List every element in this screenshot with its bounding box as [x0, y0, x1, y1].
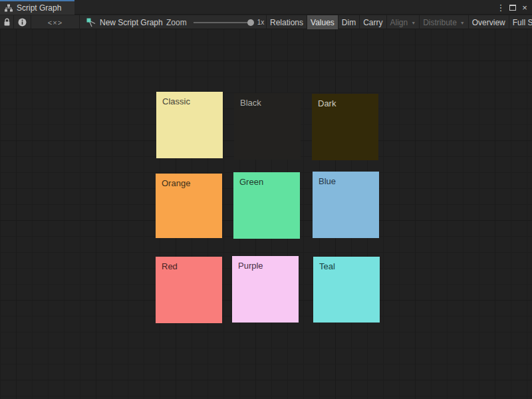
toolbar-button-carry[interactable]: Carry — [359, 15, 386, 29]
script-graph-window: Script Graph ⋮ × — [0, 0, 532, 399]
toolbar-button-relations[interactable]: Relations — [266, 15, 307, 29]
chevron-down-icon: ▼ — [460, 21, 465, 25]
sticky-note-dark[interactable]: Dark — [312, 94, 378, 160]
sticky-note-title: Black — [240, 98, 295, 108]
graph-name-label: New Script Graph — [100, 18, 163, 27]
info-icon — [18, 18, 27, 27]
sticky-note-title: Red — [162, 261, 216, 271]
sticky-note-title: Dark — [318, 98, 372, 108]
sticky-note-classic[interactable]: Classic — [156, 92, 223, 158]
sticky-note-green[interactable]: Green — [233, 172, 300, 239]
toolbar-button-label: Dim — [342, 18, 356, 27]
toolbar-left-group: <×> — [0, 15, 80, 29]
code-brackets-icon: <×> — [48, 19, 63, 27]
toolbar-button-dim[interactable]: Dim — [338, 15, 359, 29]
toolbar-button-label: Values — [311, 18, 334, 27]
zoom-control: Zoom 1x — [166, 15, 264, 29]
toolbar-button-label: Relations — [270, 18, 303, 27]
script-graph-icon — [86, 18, 96, 27]
zoom-slider[interactable] — [194, 22, 252, 23]
sticky-note-purple[interactable]: Purple — [232, 256, 299, 323]
sticky-note-title: Blue — [319, 176, 373, 186]
toolbar-button-label: Overview — [472, 18, 505, 27]
code-view-button[interactable]: <×> — [31, 15, 80, 29]
toolbar-button-label: Distribute — [423, 18, 457, 27]
tab-title: Script Graph — [17, 3, 61, 13]
sticky-note-red[interactable]: Red — [156, 257, 222, 323]
titlebar: Script Graph ⋮ × — [0, 0, 532, 15]
toolbar-button-overview[interactable]: Overview — [468, 15, 509, 29]
toolbar-button-label: Carry — [363, 18, 382, 27]
toolbar-button-full-screen[interactable]: Full Screen — [509, 15, 532, 29]
toolbar-button-align: Align▼ — [386, 15, 420, 29]
sticky-note-title: Classic — [162, 96, 217, 106]
sticky-note-title: Purple — [238, 261, 293, 271]
info-button[interactable] — [14, 15, 31, 29]
chevron-down-icon: ▼ — [411, 21, 416, 25]
sticky-note-title: Green — [239, 177, 294, 187]
toolbar-button-label: Align — [390, 18, 408, 27]
window-controls: ⋮ × — [495, 0, 531, 15]
sticky-note-blue[interactable]: Blue — [313, 172, 379, 238]
close-icon[interactable]: × — [519, 0, 531, 15]
zoom-label: Zoom — [166, 18, 187, 27]
lock-button[interactable] — [0, 15, 14, 29]
maximize-icon[interactable] — [507, 0, 519, 15]
graph-name-group[interactable]: New Script Graph — [86, 15, 163, 29]
lock-icon — [3, 18, 11, 27]
sticky-note-orange[interactable]: Orange — [156, 174, 222, 238]
toolbar-right-buttons: RelationsValuesDimCarryAlign▼Distribute▼… — [266, 15, 532, 29]
sticky-note-teal[interactable]: Teal — [313, 257, 380, 323]
zoom-slider-thumb[interactable] — [247, 19, 254, 26]
sticky-note-black[interactable]: Black — [234, 93, 301, 160]
toolbar-button-distribute: Distribute▼ — [419, 15, 468, 29]
sticky-note-title: Teal — [319, 261, 374, 271]
kebab-menu-icon[interactable]: ⋮ — [495, 0, 507, 15]
graph-canvas[interactable]: ClassicBlackDarkOrangeGreenBlueRedPurple… — [0, 29, 532, 399]
sticky-note-title: Orange — [162, 178, 216, 188]
zoom-value: 1x — [257, 19, 265, 26]
graph-icon — [5, 4, 13, 12]
toolbar-button-label: Full Screen — [513, 18, 532, 27]
tab-script-graph[interactable]: Script Graph — [0, 0, 74, 15]
toolbar-button-values[interactable]: Values — [307, 15, 338, 29]
toolbar: <×> New Script Graph Zoom 1x RelationsVa… — [0, 15, 532, 29]
